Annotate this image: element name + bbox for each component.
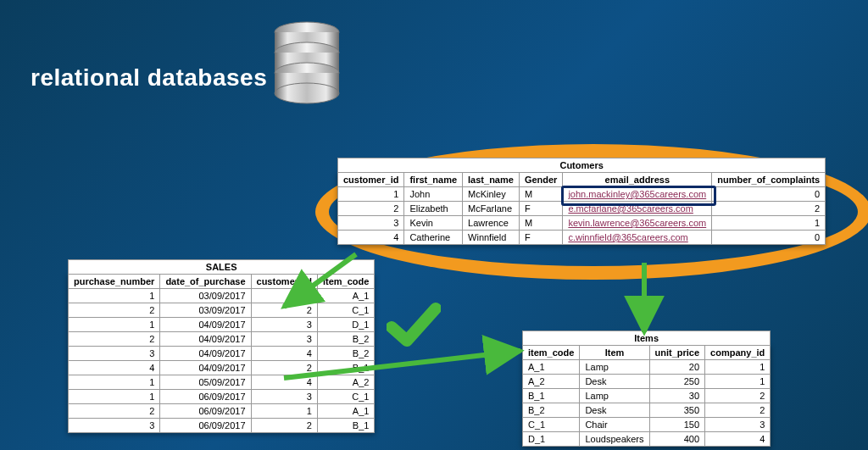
table-row: 105/09/20174A_2 <box>69 375 375 390</box>
cell: Chair <box>580 418 649 432</box>
cell: 3 <box>338 216 404 231</box>
database-icon <box>271 20 342 105</box>
cell: F <box>519 202 563 216</box>
cell: 150 <box>649 418 705 432</box>
cell: 1 <box>712 216 826 231</box>
cell: 4 <box>338 231 404 245</box>
customers-col: number_of_complaints <box>712 173 826 187</box>
cell: 03/09/2017 <box>160 289 251 303</box>
cell: 30 <box>649 389 705 403</box>
cell: 2 <box>69 404 160 419</box>
customers-col: last_name <box>463 173 520 187</box>
cell: 20 <box>649 360 705 375</box>
cell: 06/09/2017 <box>160 390 251 404</box>
items-col: Item <box>580 346 649 360</box>
sales-col: item_code <box>317 275 374 289</box>
cell: 1 <box>69 318 160 332</box>
cell: 3 <box>69 347 160 361</box>
items-col: item_code <box>523 346 580 360</box>
email-link[interactable]: e.mcfarlane@365careers.com <box>568 203 693 214</box>
table-row: 306/09/20172B_1 <box>69 419 375 433</box>
cell: 4 <box>251 375 317 390</box>
items-table: Items item_codeItemunit_pricecompany_id … <box>522 331 771 447</box>
sales-col: purchase_number <box>69 275 160 289</box>
cell: Elizabeth <box>404 202 463 216</box>
cell: Loudspeakers <box>580 432 649 447</box>
table-row: B_2Desk3502 <box>523 403 771 418</box>
table-row: D_1Loudspeakers4004 <box>523 432 771 447</box>
table-row: A_2Desk2501 <box>523 375 771 389</box>
customers-table: Cutomers customer_idfirst_namelast_nameG… <box>337 158 826 245</box>
cell: 2 <box>712 202 826 216</box>
cell: C_1 <box>523 418 580 432</box>
cell: 2 <box>251 419 317 433</box>
items-table-wrap: Items item_codeItemunit_pricecompany_id … <box>522 331 771 447</box>
cell: 1 <box>251 289 317 303</box>
table-row: 1JohnMcKinleyMjohn.mackinley@365careers.… <box>338 187 826 202</box>
cell: B_2 <box>317 347 374 361</box>
cell: 3 <box>251 332 317 347</box>
cell: D_1 <box>523 432 580 447</box>
cell: Lamp <box>580 389 649 403</box>
cell: 1 <box>251 404 317 419</box>
cell: D_1 <box>317 318 374 332</box>
sales-table-wrap: SALES purchase_numberdate_of_purchasecus… <box>68 259 375 433</box>
email-link[interactable]: c.winnfield@365careers.com <box>568 232 687 242</box>
cell: B_1 <box>523 389 580 403</box>
customers-col: first_name <box>404 173 463 187</box>
table-row: A_1Lamp201 <box>523 360 771 375</box>
customers-col: Gender <box>519 173 563 187</box>
cell: Winnfield <box>463 231 520 245</box>
sales-col: customer_id <box>251 275 317 289</box>
cell: John <box>404 187 463 202</box>
table-row: C_1Chair1503 <box>523 418 771 432</box>
cell: A_1 <box>523 360 580 375</box>
customers-col: email_address <box>563 173 712 187</box>
table-row: 3KevinLawrenceMkevin.lawrence@365careers… <box>338 216 826 231</box>
cell: 4 <box>69 361 160 375</box>
cell: 4 <box>705 432 771 447</box>
email-link[interactable]: john.mackinley@365careers.com <box>568 189 706 199</box>
email-link[interactable]: kevin.lawrence@365careers.com <box>568 218 706 228</box>
cell: 06/09/2017 <box>160 404 251 419</box>
email-cell: c.winnfield@365careers.com <box>563 231 712 245</box>
table-row: B_1Lamp302 <box>523 389 771 403</box>
customers-col: customer_id <box>338 173 404 187</box>
table-row: 304/09/20174B_2 <box>69 347 375 361</box>
cell: 03/09/2017 <box>160 303 251 318</box>
cell: A_1 <box>317 289 374 303</box>
cell: 2 <box>338 202 404 216</box>
cell: Desk <box>580 403 649 418</box>
cell: Desk <box>580 375 649 389</box>
cell: McKinley <box>463 187 520 202</box>
cell: 05/09/2017 <box>160 375 251 390</box>
cell: 1 <box>69 375 160 390</box>
cell: 3 <box>251 318 317 332</box>
cell: McFarlane <box>463 202 520 216</box>
email-cell: kevin.lawrence@365careers.com <box>563 216 712 231</box>
cell: 04/09/2017 <box>160 361 251 375</box>
sales-table: SALES purchase_numberdate_of_purchasecus… <box>68 259 375 433</box>
cell: 1 <box>705 375 771 389</box>
cell: 2 <box>69 303 160 318</box>
table-row: 106/09/20173C_1 <box>69 390 375 404</box>
sales-caption: SALES <box>68 259 375 274</box>
cell: Kevin <box>404 216 463 231</box>
cell: 250 <box>649 375 705 389</box>
cell: C_1 <box>317 303 374 318</box>
cell: 3 <box>251 390 317 404</box>
cell: Lawrence <box>463 216 520 231</box>
svg-point-6 <box>275 83 339 103</box>
cell: Lamp <box>580 360 649 375</box>
cell: B_2 <box>317 332 374 347</box>
cell: B_2 <box>523 403 580 418</box>
cell: 04/09/2017 <box>160 347 251 361</box>
page-title: relational databases <box>31 64 267 92</box>
cell: 350 <box>649 403 705 418</box>
cell: 2 <box>705 389 771 403</box>
customers-caption: Cutomers <box>337 158 826 172</box>
cell: B_1 <box>317 419 374 433</box>
cell: A_2 <box>317 375 374 390</box>
cell: 400 <box>649 432 705 447</box>
table-row: 404/09/20172B_1 <box>69 361 375 375</box>
